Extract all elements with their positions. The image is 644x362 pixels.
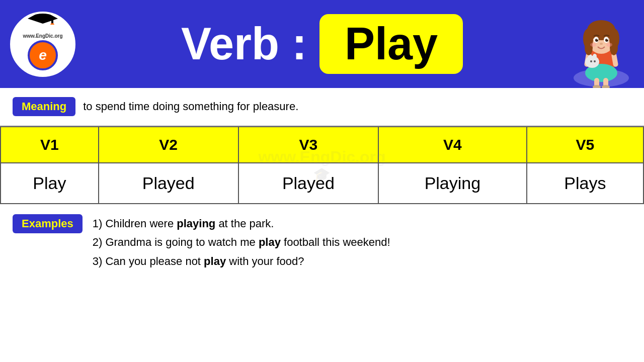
svg-point-27 [597, 39, 598, 40]
examples-row: Examples 1) Children were playing at the… [0, 204, 644, 281]
examples-badge: Examples [13, 214, 83, 233]
verb-table-wrapper: www.EngDic.org 🎓 V1 V2 V3 V4 V5 Play Pla… [0, 126, 644, 204]
logo-e-circle: e [28, 40, 58, 70]
col-v1: V1 [1, 127, 99, 163]
example-3-suffix: with your food? [226, 255, 304, 267]
col-v2: V2 [99, 127, 238, 163]
header-banner: www.EngDic.org e Verb : Play [0, 0, 644, 88]
val-v2: Played [99, 163, 238, 204]
svg-point-2 [50, 23, 54, 25]
svg-point-12 [585, 56, 599, 68]
val-v1: Play [1, 163, 99, 204]
svg-point-29 [600, 43, 603, 45]
col-v3: V3 [238, 127, 378, 163]
val-v5: Plays [527, 163, 643, 204]
meaning-badge: Meaning [13, 97, 75, 116]
example-3: 3) Can you please not play with your foo… [93, 252, 390, 270]
col-v4: V4 [378, 127, 527, 163]
logo-top-text: www.EngDic.org [23, 33, 62, 39]
examples-list: 1) Children were playing at the park. 2)… [93, 214, 390, 270]
svg-point-15 [590, 60, 592, 62]
content-area: Meaning to spend time doing something fo… [0, 88, 644, 281]
girl-svg [566, 3, 636, 88]
example-2: 2) Grandma is going to watch me play foo… [93, 233, 390, 251]
col-v5: V5 [527, 127, 643, 163]
svg-point-30 [590, 43, 596, 47]
svg-point-21 [585, 40, 593, 55]
play-badge: Play [319, 14, 463, 74]
val-v4: Playing [378, 163, 527, 204]
play-label: Play [345, 18, 438, 70]
example-2-suffix: football this weekend! [281, 236, 390, 248]
example-1-bold: playing [177, 217, 215, 230]
example-3-bold: play [204, 255, 226, 267]
svg-point-31 [606, 43, 612, 47]
svg-point-16 [594, 60, 596, 62]
val-v3: Played [238, 163, 378, 204]
girl-illustration [564, 0, 639, 88]
example-3-prefix: 3) Can you please not [93, 255, 204, 267]
svg-point-28 [607, 39, 608, 40]
verb-label: Verb : [181, 18, 307, 70]
example-1: 1) Children were playing at the park. [93, 214, 390, 233]
header-title: Verb : Play [181, 14, 463, 74]
svg-point-14 [593, 54, 597, 59]
logo-e-letter: e [39, 47, 47, 63]
example-2-prefix: 2) Grandma is going to watch me [93, 236, 259, 248]
example-1-suffix: at the park. [215, 217, 274, 230]
table-data-row: Play Played Played Playing Plays [1, 163, 643, 204]
svg-point-25 [595, 39, 598, 42]
logo: www.EngDic.org e [10, 12, 75, 77]
example-2-bold: play [259, 236, 281, 248]
graduation-hat-icon [25, 12, 60, 25]
verb-forms-table: V1 V2 V3 V4 V5 Play Played Played Playin… [0, 126, 644, 204]
svg-point-22 [610, 40, 618, 55]
meaning-row: Meaning to spend time doing something fo… [0, 88, 644, 126]
meaning-text: to spend time doing something for pleasu… [83, 100, 298, 113]
example-1-prefix: 1) Children were [93, 217, 177, 230]
svg-point-26 [605, 39, 608, 42]
table-header-row: V1 V2 V3 V4 V5 [1, 127, 643, 163]
